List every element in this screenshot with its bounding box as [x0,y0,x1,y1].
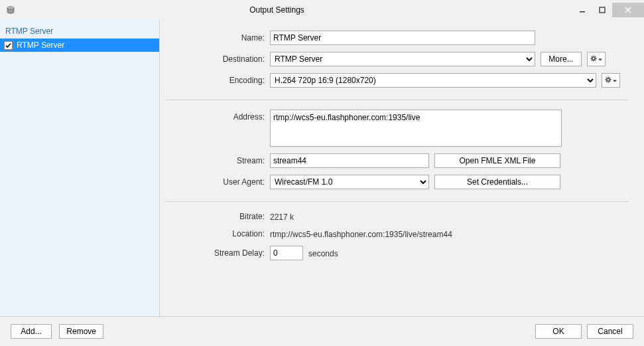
svg-rect-2 [600,7,605,13]
svg-line-10 [592,60,592,60]
ok-button[interactable]: OK [535,324,582,339]
user-agent-select[interactable]: Wirecast/FM 1.0 [270,175,429,189]
chevron-down-icon [613,76,617,85]
stream-input[interactable] [270,153,429,168]
minimize-button[interactable] [572,3,592,17]
form: Name: Destination: RTMP Server More... [165,31,628,267]
encoding-gear-button[interactable] [602,73,620,88]
name-label: Name: [165,33,270,43]
address-label: Address: [165,110,270,122]
address-input[interactable]: rtmp://wcs5-eu.flashphoner.com:1935/live [270,110,562,147]
svg-line-17 [606,78,607,78]
add-button[interactable]: Add... [11,324,52,339]
stream-delay-input[interactable] [270,246,303,260]
svg-line-9 [595,60,596,60]
bitrate-label: Bitrate: [165,212,270,221]
svg-line-20 [610,78,610,78]
location-label: Location: [165,229,270,238]
more-button[interactable]: More... [541,52,582,66]
destination-label: Destination: [165,54,270,64]
sidebar: RTMP Server RTMP Server [0,20,160,316]
encoding-select[interactable]: H.264 720p 16:9 (1280x720) [270,73,596,88]
remove-button[interactable]: Remove [59,324,103,339]
separator [165,100,628,100]
user-agent-label: User Agent: [165,177,270,187]
set-credentials-button[interactable]: Set Credentials... [434,175,560,189]
location-value: rtmp://wcs5-eu.flashphoner.com:1935/live… [270,228,628,239]
open-fmle-xml-button[interactable]: Open FMLE XML File [434,153,560,168]
footer: Add... Remove OK Cancel [0,317,644,346]
body: RTMP Server RTMP Server Name: Destinatio… [0,20,644,317]
destination-gear-button[interactable] [587,52,606,66]
svg-line-19 [606,81,607,82]
window-buttons [572,3,644,17]
svg-line-8 [592,56,592,57]
stream-delay-unit: seconds [308,248,338,258]
svg-point-12 [607,78,610,81]
destination-select[interactable]: RTMP Server [270,52,535,66]
cancel-button[interactable]: Cancel [587,324,633,339]
sidebar-item-checkbox[interactable] [4,41,13,50]
name-input[interactable] [270,31,535,45]
gear-icon [605,76,612,85]
output-settings-window: Output Settings RTMP Server RTMP Server [0,0,644,346]
footer-left: Add... Remove [11,324,109,339]
titlebar: Output Settings [0,0,644,20]
maximize-button[interactable] [592,3,612,17]
gear-icon [590,54,597,64]
stream-delay-label: Stream Delay: [165,248,270,258]
stream-label: Stream: [165,156,270,165]
svg-line-18 [610,81,610,82]
window-title: Output Settings [0,5,572,15]
sidebar-item-label: RTMP Server [17,41,64,50]
close-button[interactable] [612,3,644,17]
separator [165,201,628,202]
encoding-label: Encoding: [165,76,270,85]
main-panel: Name: Destination: RTMP Server More... [160,20,644,316]
bitrate-value: 2217 k [270,211,628,222]
svg-rect-1 [580,11,585,13]
sidebar-item-rtmp-server[interactable]: RTMP Server [0,39,159,52]
sidebar-heading: RTMP Server [0,23,159,39]
chevron-down-icon [598,54,602,64]
svg-point-3 [592,57,595,60]
svg-line-11 [595,56,596,57]
